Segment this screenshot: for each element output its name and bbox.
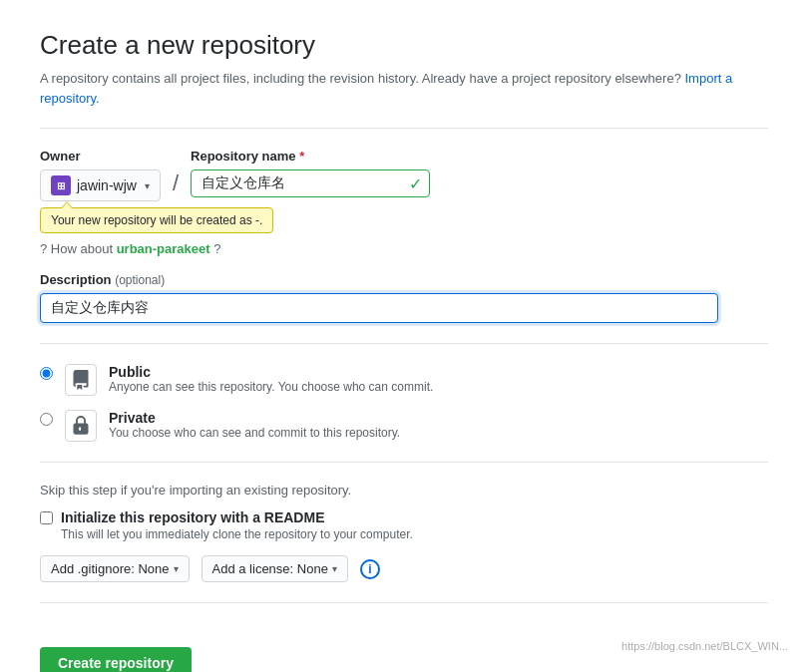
owner-value: jawin-wjw — [77, 177, 137, 193]
license-label: Add a license: None — [212, 561, 328, 576]
init-readme-sublabel: This will let you immediately clone the … — [61, 527, 413, 541]
gitignore-caret-icon: ▾ — [174, 563, 179, 574]
public-text: Public Anyone can see this repository. Y… — [109, 364, 433, 394]
owner-select[interactable]: ⊞ jawin-wjw ▾ — [40, 169, 161, 201]
init-note: Skip this step if you're importing an ex… — [40, 483, 768, 498]
watermark: https://blog.csdn.net/BLCX_WIN... — [621, 640, 788, 652]
description-label: Description (optional) — [40, 272, 768, 287]
section-divider-1 — [40, 343, 768, 344]
description-optional: (optional) — [115, 273, 165, 287]
private-label: Private — [109, 410, 400, 426]
gitignore-dropdown[interactable]: Add .gitignore: None ▾ — [40, 555, 190, 582]
public-option: Public Anyone can see this repository. Y… — [40, 364, 768, 396]
public-radio[interactable] — [40, 367, 53, 380]
tooltip-box: Your new repository will be created as -… — [40, 207, 273, 233]
section-divider-2 — [40, 462, 768, 463]
suggestion-link[interactable]: urban-parakeet — [117, 241, 210, 256]
init-readme-label: Initialize this repository with a README — [61, 509, 413, 525]
license-dropdown[interactable]: Add a license: None ▾ — [202, 555, 348, 582]
tooltip-container: Your new repository will be created as -… — [40, 207, 768, 237]
public-icon — [65, 364, 97, 396]
info-icon[interactable]: i — [360, 559, 380, 579]
private-radio[interactable] — [40, 413, 53, 426]
owner-avatar: ⊞ — [51, 175, 71, 195]
init-section: Skip this step if you're importing an ex… — [40, 483, 768, 582]
required-star: * — [299, 149, 304, 164]
page-title: Create a new repository — [40, 30, 768, 61]
tooltip-text: Your new repository will be created as -… — [51, 213, 262, 227]
repo-name-label: Repository name * — [191, 149, 430, 164]
license-caret-icon: ▾ — [332, 563, 337, 574]
owner-caret-icon: ▾ — [145, 180, 150, 191]
page-subtitle: A repository contains all project files,… — [40, 69, 768, 108]
repo-name-container: ✓ — [191, 169, 430, 197]
create-repository-button[interactable]: Create repository — [40, 647, 192, 672]
owner-label: Owner — [40, 149, 161, 164]
slash-separator: / — [169, 170, 183, 196]
extra-options: Add .gitignore: None ▾ Add a license: No… — [40, 555, 768, 582]
private-option: Private You choose who can see and commi… — [40, 410, 768, 442]
description-section: Description (optional) — [40, 272, 768, 323]
header-divider — [40, 128, 768, 129]
repo-name-input[interactable] — [191, 169, 430, 197]
description-input[interactable] — [40, 293, 718, 323]
owner-field-group: Owner ⊞ jawin-wjw ▾ — [40, 149, 161, 201]
private-icon — [65, 410, 97, 442]
init-readme-checkbox[interactable] — [40, 511, 53, 524]
valid-check-icon: ✓ — [409, 174, 422, 193]
init-readme-text: Initialize this repository with a README… — [61, 509, 413, 541]
private-desc: You choose who can see and commit to thi… — [109, 426, 400, 440]
visibility-section: Public Anyone can see this repository. Y… — [40, 364, 768, 442]
private-text: Private You choose who can see and commi… — [109, 410, 400, 440]
repo-name-field-group: Repository name * ✓ — [191, 149, 430, 197]
public-desc: Anyone can see this repository. You choo… — [109, 380, 433, 394]
suggestion-text: ? How about urban-parakeet ? — [40, 241, 768, 256]
public-label: Public — [109, 364, 433, 380]
owner-repo-row: Owner ⊞ jawin-wjw ▾ / Repository name * … — [40, 149, 768, 201]
gitignore-label: Add .gitignore: None — [51, 561, 170, 576]
section-divider-3 — [40, 602, 768, 603]
init-checkbox-row: Initialize this repository with a README… — [40, 509, 768, 541]
